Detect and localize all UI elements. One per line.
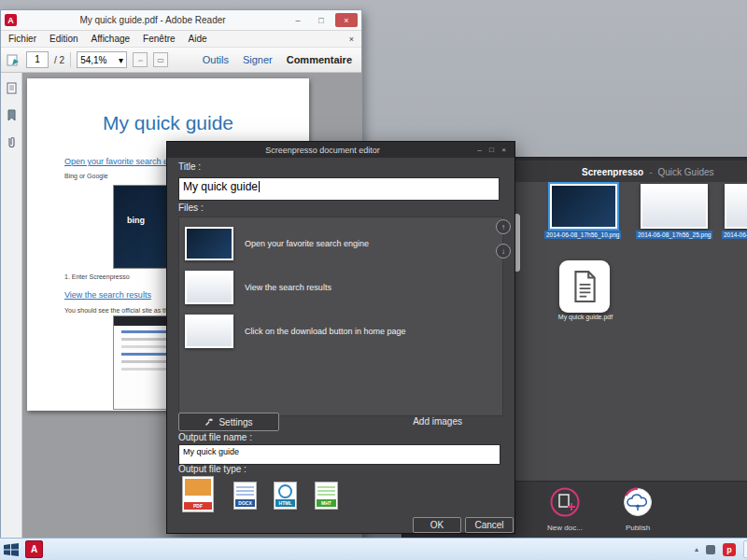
- workspace-name[interactable]: Quick Guides: [658, 167, 714, 177]
- adobe-menubar: Fichier Edition Affichage Fenêtre Aide ×: [1, 31, 361, 48]
- zoom-input[interactable]: 54,1% ▾: [77, 51, 127, 68]
- document-editor-dialog: Screenpresso document editor – □ × Title…: [166, 141, 515, 534]
- capture-thumbnail-2[interactable]: [641, 184, 708, 229]
- capture-filename-3: 2014-06-: [722, 231, 747, 239]
- pdf-link-results[interactable]: View the search results: [64, 290, 151, 300]
- output-name-value: My quick guide: [183, 447, 239, 456]
- tab-commentaire[interactable]: Commentaire: [287, 54, 352, 65]
- pdf-type-label: PDF: [184, 502, 212, 510]
- move-down-icon[interactable]: ↓: [496, 244, 511, 259]
- toolbar-divider: [70, 52, 71, 67]
- new-doc-label: New doc...: [533, 524, 597, 532]
- settings-button[interactable]: Settings: [178, 413, 279, 431]
- adobe-reader-taskbar-icon[interactable]: A: [25, 540, 43, 558]
- adobe-titlebar: A My quick guide.pdf - Adobe Reader – □ …: [1, 10, 361, 31]
- pdf-type-icon: [185, 479, 211, 496]
- maximize-icon[interactable]: □: [312, 13, 331, 27]
- dialog-titlebar: Screenpresso document editor – □ ×: [167, 142, 514, 158]
- cancel-button[interactable]: Cancel: [465, 517, 514, 533]
- pdf-caption-bing: Bing or Google: [64, 173, 108, 179]
- zoom-value: 54,1%: [80, 55, 106, 65]
- adobe-toolbar: 1 / 2 54,1% ▾ ⇔ ▭ Outils Signer Commenta…: [1, 48, 361, 73]
- tab-outils[interactable]: Outils: [203, 54, 229, 65]
- breadcrumb-separator: -: [649, 167, 652, 177]
- file-item[interactable]: View the search results: [185, 267, 497, 308]
- maximize-icon[interactable]: □: [486, 146, 498, 154]
- file-caption: Open your favorite search engine: [245, 239, 369, 248]
- screenpresso-tray-icon[interactable]: p: [723, 543, 736, 556]
- publish-cloud-icon: [622, 486, 654, 518]
- new-doc-button[interactable]: New doc...: [533, 486, 597, 532]
- show-hidden-icons-chevron[interactable]: ▴: [695, 545, 698, 553]
- title-label: Title :: [178, 161, 201, 172]
- menu-affichage[interactable]: Affichage: [92, 34, 131, 44]
- output-type-html[interactable]: HTML: [274, 482, 297, 510]
- html-type-label: HTML: [275, 499, 295, 507]
- output-name-label: Output file name :: [178, 432, 252, 442]
- ok-button[interactable]: OK: [413, 517, 461, 533]
- docx-type-icon: [236, 484, 254, 497]
- title-input[interactable]: My quick guide: [178, 177, 500, 201]
- file-item[interactable]: Open your favorite search engine: [185, 223, 497, 264]
- close-icon[interactable]: ×: [498, 146, 510, 154]
- start-button-icon[interactable]: [4, 543, 19, 556]
- output-type-mht[interactable]: MHT: [315, 482, 338, 510]
- capture-filename-2: 2014-06-08_17h56_25.png: [636, 231, 712, 239]
- close-icon[interactable]: ×: [335, 13, 358, 27]
- page-thumbnails-icon[interactable]: [6, 82, 18, 94]
- taskbar: A ▴ p: [0, 538, 747, 560]
- app-name: Screenpresso: [582, 167, 643, 177]
- files-label: Files :: [178, 203, 204, 213]
- bookmark-icon[interactable]: [6, 109, 18, 121]
- adobe-window-title: My quick guide.pdf - Adobe Reader: [21, 15, 284, 25]
- tray-icon[interactable]: [706, 545, 715, 554]
- document-close-icon[interactable]: ×: [349, 35, 354, 44]
- workspace-breadcrumb: Screenpresso - Quick Guides: [582, 167, 714, 177]
- reorder-controls: ↑ ↓: [496, 219, 511, 259]
- minimize-icon[interactable]: –: [289, 13, 307, 27]
- chevron-down-icon[interactable]: ▾: [119, 55, 123, 65]
- minimize-icon[interactable]: –: [473, 146, 486, 154]
- new-doc-icon: [549, 486, 581, 518]
- file-thumbnail: [185, 315, 233, 348]
- adobe-reader-icon: A: [5, 14, 17, 26]
- file-item[interactable]: Click on the download button in home pag…: [185, 311, 497, 352]
- menu-edition[interactable]: Edition: [49, 34, 78, 44]
- settings-label: Settings: [218, 417, 252, 427]
- capture-thumbnail-3[interactable]: [725, 184, 747, 229]
- menu-aide[interactable]: Aide: [189, 34, 207, 44]
- capture-thumbnail-1[interactable]: [550, 184, 617, 229]
- open-file-icon[interactable]: [7, 53, 21, 67]
- page-number-input[interactable]: 1: [26, 51, 49, 68]
- document-icon: [571, 271, 598, 302]
- output-type-pdf[interactable]: PDF: [182, 476, 214, 512]
- file-caption: Click on the download button in home pag…: [245, 327, 406, 336]
- file-thumbnail: [185, 227, 233, 260]
- cancel-label: Cancel: [474, 520, 503, 530]
- output-type-label: Output file type :: [178, 464, 247, 474]
- menu-fichier[interactable]: Fichier: [8, 34, 36, 44]
- add-images-link[interactable]: Add images: [413, 416, 462, 427]
- html-type-icon: [278, 484, 292, 498]
- bing-logo: bing: [127, 216, 145, 225]
- fit-page-icon[interactable]: ▭: [153, 52, 168, 67]
- generated-pdf-file[interactable]: [559, 260, 610, 313]
- output-name-input[interactable]: My quick guide: [178, 444, 500, 465]
- move-up-icon[interactable]: ↑: [496, 219, 511, 234]
- tray-partial-icon[interactable]: [743, 540, 747, 558]
- tab-signer[interactable]: Signer: [243, 54, 273, 65]
- output-type-docx[interactable]: DOCX: [233, 482, 257, 510]
- fit-width-icon[interactable]: ⇔: [133, 52, 148, 67]
- text-caret: [259, 181, 260, 192]
- generated-pdf-filename: My quick guide.pdf: [543, 314, 628, 320]
- pdf-step-text: 1. Enter Screenpresso: [64, 273, 130, 280]
- publish-label: Publish: [606, 524, 669, 532]
- capture-filename-1: 2014-06-08_17h56_10.png: [544, 231, 621, 239]
- pdf-title-text: My quick guide: [27, 112, 309, 134]
- files-list: Open your favorite search engine View th…: [178, 217, 503, 416]
- menu-fenetre[interactable]: Fenêtre: [143, 34, 175, 44]
- page-total-label: / 2: [54, 55, 64, 65]
- title-input-value: My quick guide: [183, 180, 258, 193]
- publish-button[interactable]: Publish: [606, 486, 669, 532]
- paperclip-icon[interactable]: [6, 136, 18, 148]
